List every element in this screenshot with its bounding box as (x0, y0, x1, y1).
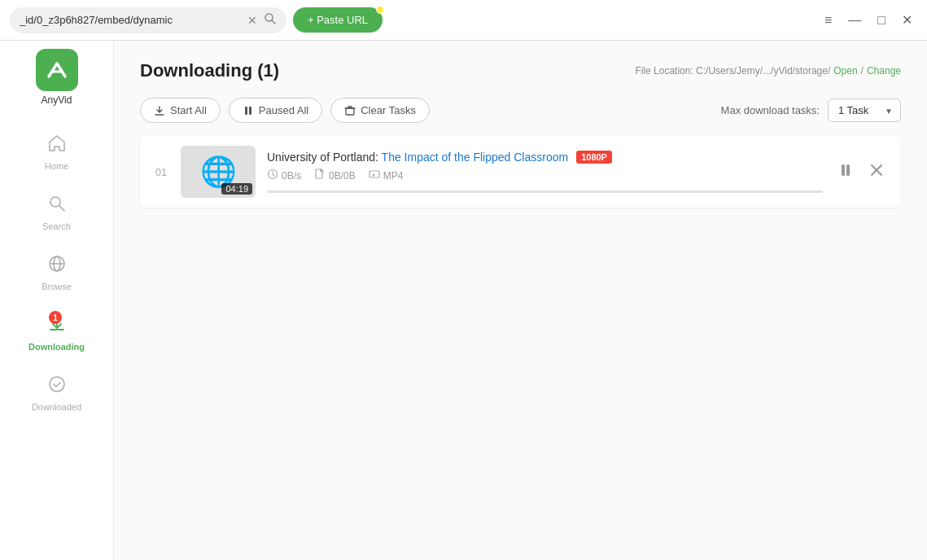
menu-button[interactable]: ≡ (820, 11, 837, 29)
notification-dot (376, 6, 384, 14)
sidebar-item-label-downloading: Downloading (28, 342, 85, 352)
toolbar: Start All Paused All Clear Tasks (114, 94, 927, 136)
size-meta: 0B/0B (314, 168, 356, 182)
svg-point-8 (50, 377, 64, 392)
svg-rect-11 (249, 107, 251, 115)
format-icon (369, 168, 380, 182)
page-title: Downloading (1) (140, 60, 279, 81)
path-separator: / (861, 65, 864, 77)
open-link[interactable]: Open (833, 65, 857, 77)
svg-line-4 (59, 206, 64, 211)
title-plain: University of Portland: (267, 151, 382, 164)
toolbar-right: Max download tasks: 1 Task 2 Tasks 3 Tas… (721, 98, 901, 122)
sidebar-item-browse[interactable]: Browse (0, 243, 113, 303)
paste-url-button[interactable]: + Paste URL (293, 7, 383, 33)
size-value: 0B/0B (329, 170, 356, 182)
svg-rect-17 (846, 164, 850, 176)
sidebar-item-label-home: Home (45, 161, 68, 171)
sidebar-item-search[interactable]: Search (0, 182, 113, 243)
format-meta: MP4 (369, 168, 404, 182)
sidebar-item-label-search: Search (42, 221, 71, 231)
url-clear-button[interactable]: ✕ (247, 14, 257, 27)
url-text: _id/0_z3p6h827/embed/dynamic (20, 14, 241, 26)
content-area: Downloading (1) File Location: C:/Users/… (114, 41, 927, 560)
main-layout: AnyVid Home Search (0, 41, 927, 560)
download-icon (154, 105, 165, 116)
quality-badge: 1080P (576, 151, 612, 164)
app-logo (36, 49, 78, 91)
svg-rect-15 (369, 171, 379, 177)
svg-line-1 (272, 20, 275, 24)
sidebar-item-home[interactable]: Home (0, 122, 113, 182)
start-all-button[interactable]: Start All (140, 98, 221, 123)
change-link[interactable]: Change (867, 65, 901, 77)
app-name: AnyVid (42, 94, 72, 106)
format-value: MP4 (383, 170, 404, 182)
speed-icon (267, 168, 278, 182)
browse-icon (47, 254, 67, 278)
url-bar[interactable]: _id/0_z3p6h827/embed/dynamic ✕ (10, 7, 286, 33)
sidebar-item-downloading[interactable]: 1 Downloading (0, 303, 113, 363)
downloaded-icon (47, 374, 67, 399)
item-actions (834, 159, 888, 186)
svg-rect-16 (842, 164, 845, 176)
item-progress-bar (267, 190, 823, 193)
speed-meta: 0B/s (267, 168, 301, 182)
sidebar-item-label-downloaded: Downloaded (32, 402, 81, 412)
item-title: University of Portland: The Impact of th… (267, 151, 568, 164)
table-row: 01 🌐 04:19 University of Portland: The I… (140, 136, 901, 208)
content-header: Downloading (1) File Location: C:/Users/… (114, 41, 927, 94)
svg-rect-14 (316, 169, 322, 178)
max-tasks-label: Max download tasks: (721, 104, 820, 116)
sidebar-item-downloaded[interactable]: Downloaded (0, 363, 113, 423)
item-title-row: University of Portland: The Impact of th… (267, 151, 823, 164)
title-bar: _id/0_z3p6h827/embed/dynamic ✕ + Paste U… (0, 0, 927, 41)
title-highlight: The Impact of the Flipped Classroom (382, 151, 569, 164)
max-tasks-select[interactable]: 1 Task 2 Tasks 3 Tasks (828, 98, 901, 122)
maximize-button[interactable]: □ (872, 11, 890, 29)
file-location-prefix: File Location: C:/Users/Jemy/.../yVid/st… (635, 65, 830, 77)
svg-point-3 (50, 197, 60, 207)
item-number: 01 (153, 166, 169, 178)
svg-rect-12 (346, 108, 354, 115)
cancel-button[interactable] (865, 159, 888, 186)
search-nav-icon (47, 194, 67, 218)
thumbnail-duration: 04:19 (221, 183, 252, 195)
clear-tasks-button[interactable]: Clear Tasks (330, 98, 430, 123)
pause-button[interactable] (834, 159, 857, 186)
sidebar-item-label-browse: Browse (42, 282, 72, 291)
paused-all-button[interactable]: Paused All (229, 98, 322, 123)
item-info: University of Portland: The Impact of th… (267, 151, 823, 193)
max-tasks-select-wrapper: 1 Task 2 Tasks 3 Tasks (828, 98, 901, 122)
file-location: File Location: C:/Users/Jemy/.../yVid/st… (635, 65, 901, 77)
close-button[interactable]: ✕ (897, 11, 917, 29)
svg-rect-10 (245, 107, 247, 115)
file-icon (314, 168, 326, 182)
download-list: 01 🌐 04:19 University of Portland: The I… (114, 136, 927, 560)
nav-badge-downloading: 1 (49, 311, 62, 324)
sidebar: AnyVid Home Search (0, 41, 114, 560)
home-icon (47, 133, 67, 158)
toolbar-left: Start All Paused All Clear Tasks (140, 98, 430, 123)
trash-icon (344, 105, 356, 116)
window-controls: ≡ — □ ✕ (820, 11, 917, 29)
pause-icon (243, 105, 254, 116)
speed-value: 0B/s (282, 170, 301, 182)
search-icon (264, 12, 277, 28)
item-thumbnail: 🌐 04:19 (181, 146, 256, 198)
svg-rect-2 (42, 55, 72, 85)
minimize-button[interactable]: — (843, 11, 866, 29)
item-meta: 0B/s 0B/0B (267, 168, 823, 182)
